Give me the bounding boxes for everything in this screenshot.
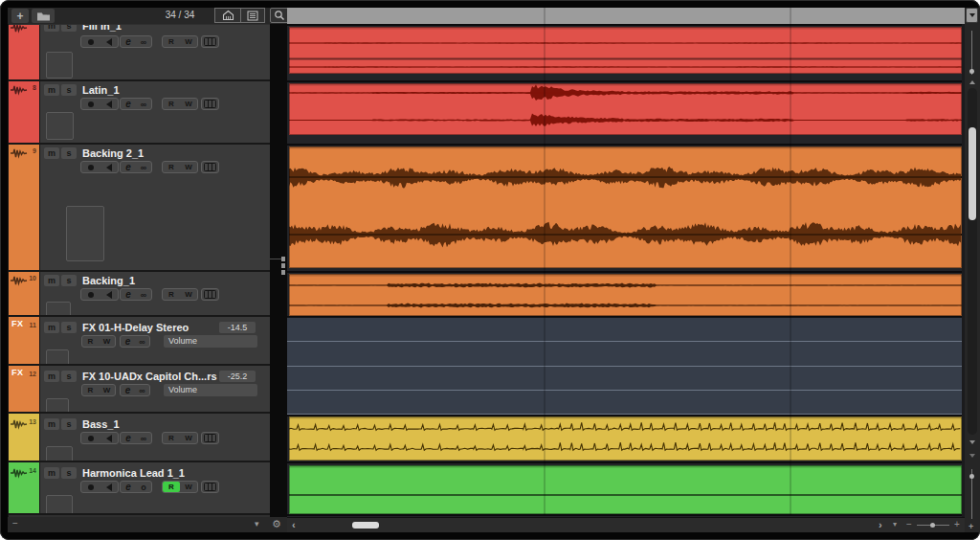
edit-channel-button[interactable]: e (121, 162, 136, 172)
track-row-fx-01-h-delay-stereo[interactable]: FX11msFX 01-H-Delay Stereo-14.5RWe∞Volum… (9, 317, 271, 366)
scroll-right-icon[interactable]: › (879, 519, 882, 531)
clip-latin-1[interactable] (289, 83, 962, 135)
monitor-button[interactable] (100, 289, 118, 300)
mute-button[interactable]: m (44, 371, 59, 382)
track-visibility-home-button[interactable] (214, 8, 240, 23)
edit-channel-button[interactable]: e (121, 385, 135, 395)
h-scroll-thumb[interactable] (352, 522, 379, 529)
track-image-placeholder[interactable] (46, 446, 73, 462)
read-automation-button[interactable]: R (163, 162, 180, 172)
record-arm-button[interactable] (81, 289, 100, 300)
track-image-placeholder[interactable] (46, 398, 69, 414)
track-color-strip[interactable]: 14 (9, 462, 39, 513)
collapse-minus-icon[interactable]: − (12, 518, 18, 529)
monitor-button[interactable] (100, 162, 118, 172)
solo-button[interactable]: s (61, 275, 77, 286)
track-image-placeholder[interactable] (46, 52, 73, 79)
track-image-placeholder[interactable] (46, 349, 69, 366)
monitor-button[interactable] (100, 482, 118, 492)
read-automation-button[interactable]: R (82, 385, 99, 395)
monitor-button[interactable] (100, 433, 118, 443)
write-automation-button[interactable]: W (180, 433, 197, 443)
solo-button[interactable]: s (61, 147, 77, 159)
track-row-harmonica-lead-1-1[interactable]: 14msHarmonica Lead 1_1eoRW (9, 462, 271, 515)
track-name[interactable]: Backing_1 (82, 275, 135, 286)
write-automation-button[interactable]: W (180, 162, 197, 172)
channel-strip-button[interactable] (202, 289, 218, 300)
edit-channel-button[interactable]: e (121, 482, 136, 492)
channel-link-button[interactable]: ∞ (135, 336, 149, 347)
track-color-strip[interactable] (9, 25, 39, 79)
track-row-fx-10-uadx-capitol-ch-rs[interactable]: FX12msFX 10-UADx Capitol Ch...rs-25.2RWe… (9, 366, 271, 414)
track-color-strip[interactable]: 13 (9, 414, 39, 461)
track-name[interactable]: Latin_1 (82, 84, 120, 96)
track-name[interactable]: FX 01-H-Delay Stereo (82, 322, 189, 333)
chevron-down-icon[interactable]: ▾ (255, 519, 259, 529)
read-automation-button[interactable]: R (163, 433, 180, 443)
track-image-placeholder[interactable] (46, 112, 74, 140)
v-zoom-slider-bottom-thumb[interactable] (969, 474, 974, 479)
monitor-button[interactable] (100, 99, 118, 109)
scroll-left-icon[interactable]: ‹ (292, 519, 296, 531)
write-automation-button[interactable]: W (180, 99, 197, 109)
record-arm-button[interactable] (81, 482, 100, 492)
automation-parameter-box[interactable]: Volume (164, 384, 257, 396)
mute-button[interactable]: m (44, 418, 59, 430)
read-automation-button[interactable]: R (163, 36, 180, 47)
v-scroll-thumb[interactable] (969, 127, 976, 220)
track-name[interactable]: Bass_1 (82, 418, 120, 430)
track-settings-gear-icon[interactable]: ⚙ (272, 518, 281, 530)
arrange-area[interactable] (287, 8, 965, 517)
gain-value-badge[interactable]: -25.2 (219, 371, 256, 382)
track-color-strip[interactable]: 8 (9, 81, 39, 143)
monitor-button[interactable] (100, 36, 118, 47)
track-color-strip[interactable]: 10 (9, 272, 39, 315)
panel-resize-handle[interactable] (270, 24, 287, 517)
v-zoom-slider-top-thumb[interactable] (969, 69, 974, 74)
h-zoom-slider-thumb[interactable] (930, 523, 935, 528)
add-track-button[interactable]: + (11, 9, 29, 23)
edit-channel-button[interactable]: e (121, 99, 136, 109)
mute-button[interactable]: m (44, 147, 59, 159)
track-row-latin-1[interactable]: 8msLatin_1e∞RW (9, 81, 271, 145)
read-automation-button[interactable]: R (82, 336, 99, 347)
solo-button[interactable]: s (61, 322, 77, 333)
track-image-placeholder[interactable] (46, 495, 73, 515)
solo-button[interactable]: s (61, 25, 77, 32)
mute-button[interactable]: m (44, 322, 59, 333)
track-color-strip[interactable]: FX12 (9, 366, 39, 412)
write-automation-button[interactable]: W (180, 289, 197, 300)
clip-backing-1[interactable] (289, 274, 962, 316)
track-color-strip[interactable]: 9 (9, 145, 39, 270)
track-visibility-agents-button[interactable] (240, 8, 265, 23)
record-arm-button[interactable] (81, 36, 100, 47)
mute-button[interactable]: m (44, 25, 59, 32)
channel-link-button[interactable]: ∞ (135, 385, 149, 395)
record-arm-button[interactable] (81, 99, 100, 109)
edit-channel-button[interactable]: e (121, 289, 136, 300)
write-automation-button[interactable]: W (180, 36, 197, 47)
mute-button[interactable]: m (44, 84, 59, 96)
channel-link-button[interactable]: o (136, 482, 151, 492)
read-automation-button[interactable]: R (163, 289, 180, 300)
track-name[interactable]: Backing 2_1 (82, 147, 144, 159)
write-automation-button[interactable]: W (180, 482, 197, 492)
track-color-strip[interactable]: FX11 (9, 317, 39, 364)
track-name[interactable]: Harmonica Lead 1_1 (82, 467, 185, 479)
track-row-backing-2-1[interactable]: 9msBacking 2_1e∞RW (9, 145, 271, 272)
find-tracks-button[interactable] (270, 8, 289, 23)
channel-link-button[interactable]: ∞ (136, 162, 151, 172)
track-row-fill-in-1[interactable]: msFill In_1e∞RW (9, 25, 271, 81)
clip-bass-1[interactable] (289, 416, 962, 461)
channel-strip-button[interactable] (202, 99, 218, 109)
channel-link-button[interactable]: ∞ (136, 433, 151, 443)
track-image-placeholder[interactable] (46, 302, 71, 317)
track-row-backing-1[interactable]: 10msBacking_1e∞RW (9, 272, 271, 317)
edit-channel-button[interactable]: e (121, 36, 136, 47)
timeline-ruler[interactable] (287, 8, 965, 24)
v-zoom-menu-icon[interactable] (969, 454, 975, 458)
v-scrollbar[interactable] (968, 88, 977, 435)
zoom-in-button[interactable]: + (954, 518, 960, 531)
horizontal-scrollbar[interactable]: ‹ › ▾ − + (287, 517, 965, 532)
channel-link-button[interactable]: ∞ (136, 289, 151, 300)
